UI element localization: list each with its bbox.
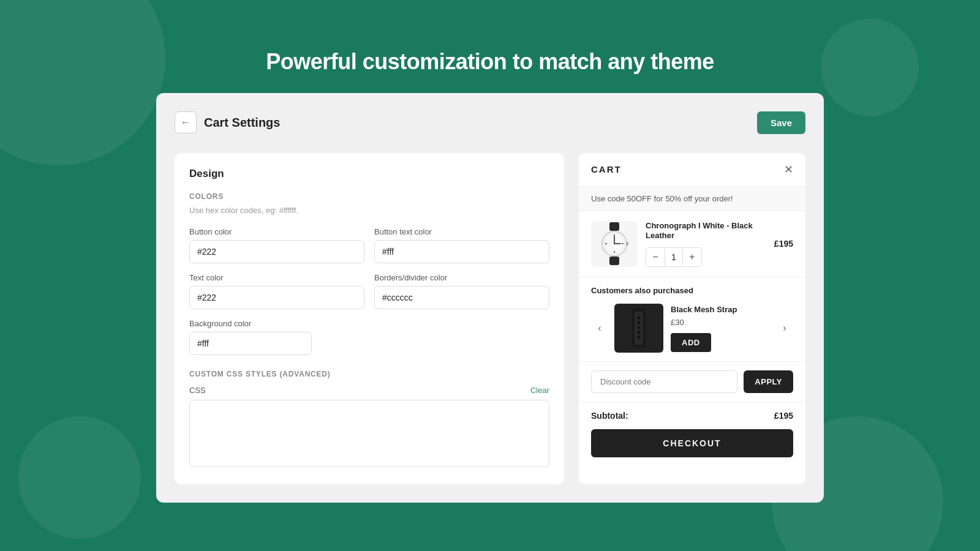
upsell-item: Black Mesh Strap £30 ADD: [614, 304, 770, 353]
item-image: [591, 221, 637, 267]
bg-color-row: Background color: [189, 319, 549, 355]
css-header: CSS Clear: [189, 386, 549, 395]
item-price: £195: [774, 239, 793, 249]
carousel-next-arrow[interactable]: ›: [776, 320, 793, 337]
header-left: ← Cart Settings: [175, 111, 280, 133]
colors-label: COLORS: [189, 192, 549, 201]
apply-button[interactable]: APPLY: [744, 370, 793, 393]
svg-point-15: [638, 326, 641, 329]
button-text-color-input[interactable]: [374, 240, 549, 263]
deco-circle-2: [821, 18, 919, 116]
promo-banner: Use code 50OFF for 50% off your order!: [579, 187, 805, 211]
item-name: Chronograph I White - Black Leather: [646, 221, 766, 242]
svg-point-17: [638, 336, 641, 339]
save-button[interactable]: Save: [757, 111, 805, 134]
text-color-input[interactable]: [189, 286, 364, 309]
svg-rect-10: [626, 242, 628, 246]
css-label: CSS: [189, 386, 206, 395]
border-color-input[interactable]: [374, 286, 549, 309]
button-text-color-label: Button text color: [374, 227, 549, 236]
button-color-field: Button color: [189, 227, 364, 263]
bg-color-label: Background color: [189, 319, 312, 328]
qty-decrease-button[interactable]: −: [646, 248, 665, 266]
upsell-name: Black Mesh Strap: [671, 305, 770, 314]
advanced-section: CUSTOM CSS STYLES (ADVANCED) CSS Clear: [189, 370, 549, 470]
deco-circle-1: [18, 416, 141, 539]
svg-point-13: [638, 317, 641, 320]
back-button[interactable]: ←: [175, 111, 197, 133]
svg-point-14: [638, 321, 641, 324]
qty-value: 1: [665, 248, 683, 266]
card-header: ← Cart Settings Save: [175, 111, 805, 134]
upsell-section: Customers also purchased ‹: [579, 277, 805, 362]
qty-control: − 1 +: [646, 247, 702, 267]
button-color-input[interactable]: [189, 240, 364, 263]
hint-text: Use hex color codes, eg: #ffffff.: [189, 206, 549, 215]
upsell-carousel: ‹: [591, 304, 793, 353]
cart-header: CART ✕: [579, 153, 805, 187]
strap-illustration: [624, 307, 654, 350]
subtotal-value: £195: [774, 411, 793, 421]
design-panel: Design COLORS Use hex color codes, eg: #…: [175, 153, 564, 484]
upsell-details: Black Mesh Strap £30 ADD: [671, 305, 770, 352]
svg-rect-1: [609, 257, 619, 265]
main-card: ← Cart Settings Save Design COLORS Use h…: [156, 93, 824, 503]
text-color-label: Text color: [189, 273, 364, 282]
checkout-button[interactable]: CHECKOUT: [591, 429, 793, 457]
button-color-label: Button color: [189, 227, 364, 236]
card-title: Cart Settings: [204, 116, 280, 130]
qty-increase-button[interactable]: +: [683, 248, 701, 266]
discount-section: APPLY: [579, 362, 805, 402]
clear-link[interactable]: Clear: [530, 386, 549, 395]
bg-color-input[interactable]: [189, 332, 312, 355]
svg-point-16: [638, 331, 641, 334]
subtotal-section: Subtotal: £195 CHECKOUT: [579, 402, 805, 466]
upsell-image: [614, 304, 663, 353]
subtotal-label: Subtotal:: [591, 411, 628, 421]
cart-panel: CART ✕ Use code 50OFF for 50% off your o…: [579, 153, 805, 484]
text-color-field: Text color: [189, 273, 364, 309]
subtotal-row: Subtotal: £195: [591, 411, 793, 421]
color-grid: Button color Button text color Text colo…: [189, 227, 549, 309]
content-area: Design COLORS Use hex color codes, eg: #…: [175, 153, 805, 484]
page-headline: Powerful customization to match any them…: [266, 49, 714, 75]
border-color-label: Borders/divider color: [374, 273, 549, 282]
panel-title: Design: [189, 168, 549, 180]
bg-color-field: Background color: [189, 319, 312, 355]
css-textarea[interactable]: [189, 400, 549, 467]
svg-rect-0: [609, 222, 619, 231]
cart-title: CART: [591, 164, 622, 174]
button-text-color-field: Button text color: [374, 227, 549, 263]
border-color-field: Borders/divider color: [374, 273, 549, 309]
item-details: Chronograph I White - Black Leather − 1 …: [646, 221, 766, 268]
watch-illustration: [596, 222, 633, 265]
upsell-add-button[interactable]: ADD: [671, 333, 711, 352]
advanced-label: CUSTOM CSS STYLES (ADVANCED): [189, 370, 549, 378]
cart-item: Chronograph I White - Black Leather − 1 …: [579, 211, 805, 278]
upsell-title: Customers also purchased: [591, 286, 793, 295]
upsell-price: £30: [671, 318, 770, 327]
discount-input[interactable]: [591, 370, 737, 393]
carousel-prev-arrow[interactable]: ‹: [591, 320, 608, 337]
close-icon[interactable]: ✕: [784, 164, 793, 175]
